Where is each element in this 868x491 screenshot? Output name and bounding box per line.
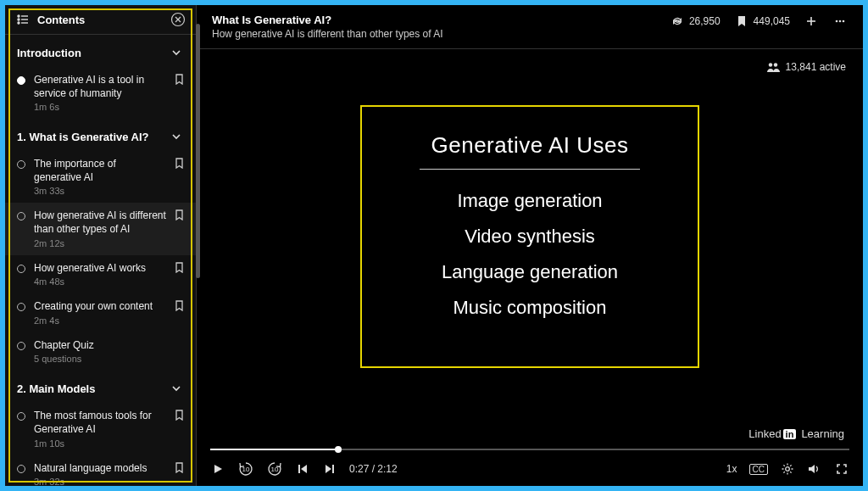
add-icon[interactable] bbox=[804, 14, 819, 29]
scrub-bar[interactable] bbox=[210, 444, 849, 455]
top-bar: What Is Generative AI? How generative AI… bbox=[197, 5, 863, 49]
progress-indicator bbox=[17, 465, 25, 473]
sidebar-title: Contents bbox=[37, 14, 85, 26]
bookmark-metric[interactable]: 449,045 bbox=[734, 14, 790, 29]
chevron-down-icon bbox=[169, 129, 184, 144]
svg-marker-22 bbox=[809, 465, 815, 473]
fullscreen-icon[interactable] bbox=[834, 461, 849, 477]
lesson-duration: 1m 6s bbox=[34, 102, 166, 112]
progress-indicator bbox=[17, 303, 25, 311]
bookmark-icon[interactable] bbox=[175, 74, 184, 85]
more-icon[interactable] bbox=[832, 14, 848, 29]
controls-right: 1x CC bbox=[726, 461, 849, 477]
bookmark-count: 449,045 bbox=[754, 15, 790, 27]
chevron-down-icon bbox=[169, 381, 184, 396]
time-display: 0:27 / 2:12 bbox=[349, 463, 398, 475]
brand-linked: Linked bbox=[748, 427, 781, 440]
slide-heading: Generative AI Uses bbox=[379, 132, 681, 159]
play-icon[interactable] bbox=[210, 461, 225, 477]
sidebar-body[interactable]: IntroductionGenerative AI is a tool in s… bbox=[5, 35, 196, 486]
lesson-title: The importance of generative AI bbox=[34, 158, 166, 184]
section-header[interactable]: 1. What is Generative AI? bbox=[5, 119, 196, 151]
slide-item-1: Image generation bbox=[379, 190, 681, 212]
bookmark-icon[interactable] bbox=[175, 262, 184, 273]
scrub-thumb[interactable] bbox=[335, 446, 342, 453]
lesson-title: Natural language models bbox=[34, 462, 166, 476]
slide-frame: Generative AI Uses Image generation Vide… bbox=[360, 105, 699, 368]
svg-rect-17 bbox=[298, 465, 300, 473]
brand-learning: Learning bbox=[801, 427, 844, 440]
svg-rect-20 bbox=[332, 465, 334, 473]
lesson-item[interactable]: The most famous tools for Generative AI1… bbox=[5, 403, 196, 455]
content-pane: What Is Generative AI? How generative AI… bbox=[197, 5, 863, 486]
speed-button[interactable]: 1x bbox=[726, 463, 737, 475]
lesson-item[interactable]: Natural language models3m 32s bbox=[5, 455, 196, 486]
bookmark-icon[interactable] bbox=[175, 462, 184, 473]
people-icon bbox=[765, 59, 781, 75]
lesson-title: Creating your own content bbox=[34, 300, 166, 314]
slide-item-2: Video synthesis bbox=[379, 226, 681, 248]
reshare-icon bbox=[670, 14, 685, 29]
video-area[interactable]: 13,841 active Generative AI Uses Image g… bbox=[197, 49, 863, 486]
back-10-icon[interactable]: 10 bbox=[237, 460, 254, 477]
progress-indicator bbox=[17, 212, 25, 220]
bookmark-icon[interactable] bbox=[175, 410, 184, 421]
settings-icon[interactable] bbox=[780, 461, 795, 477]
progress-indicator bbox=[17, 76, 25, 85]
bookmark-icon[interactable] bbox=[175, 209, 184, 220]
reshare-metric[interactable]: 26,950 bbox=[670, 14, 721, 29]
lesson-duration: 5 questions bbox=[34, 354, 184, 364]
progress-indicator bbox=[17, 160, 25, 169]
svg-point-2 bbox=[18, 19, 19, 20]
progress-indicator bbox=[17, 342, 25, 350]
lesson-duration: 4m 48s bbox=[34, 276, 166, 287]
lesson-item[interactable]: How generative AI works4m 48s bbox=[5, 255, 196, 294]
slide-item-3: Language generation bbox=[379, 261, 681, 283]
section-title: 2. Main Models bbox=[17, 382, 95, 395]
prev-track-icon[interactable] bbox=[295, 461, 310, 477]
slide-rule bbox=[420, 169, 640, 170]
section-header[interactable]: 2. Main Models bbox=[5, 371, 196, 403]
section-header[interactable]: Introduction bbox=[5, 35, 196, 67]
lesson-item[interactable]: Generative AI is a tool in service of hu… bbox=[5, 67, 196, 119]
bookmark-icon[interactable] bbox=[175, 300, 184, 311]
lesson-title: How generative AI works bbox=[34, 262, 166, 276]
lesson-item[interactable]: Chapter Quiz5 questions bbox=[5, 332, 196, 371]
active-viewers: 13,841 active bbox=[765, 59, 846, 75]
close-icon[interactable] bbox=[170, 12, 186, 27]
lesson-item[interactable]: Creating your own content2m 4s bbox=[5, 293, 196, 332]
control-row: 10 10 0:27 / 2:12 1x CC bbox=[210, 460, 849, 477]
fwd-10-label: 10 bbox=[266, 460, 283, 477]
player-controls: 10 10 0:27 / 2:12 1x CC bbox=[197, 444, 863, 486]
svg-point-0 bbox=[18, 15, 19, 17]
lesson-title: The most famous tools for Generative AI bbox=[34, 410, 166, 436]
lesson-title: How generative AI is different than othe… bbox=[34, 209, 166, 236]
cc-button[interactable]: CC bbox=[749, 464, 768, 475]
bookmark-icon[interactable] bbox=[175, 158, 184, 169]
lesson-duration: 2m 4s bbox=[34, 315, 166, 326]
contents-icon bbox=[15, 12, 31, 27]
svg-point-21 bbox=[786, 467, 790, 471]
contents-sidebar: Contents IntroductionGenerative AI is a … bbox=[5, 5, 197, 486]
lesson-duration: 2m 12s bbox=[34, 238, 166, 248]
scrub-fill bbox=[210, 449, 338, 450]
svg-point-13 bbox=[843, 20, 845, 23]
forward-10-icon[interactable]: 10 bbox=[266, 460, 283, 477]
lesson-title: Generative AI is a tool in service of hu… bbox=[34, 74, 166, 100]
lesson-item[interactable]: The importance of generative AI3m 33s bbox=[5, 151, 196, 203]
bookmark-icon bbox=[734, 14, 749, 29]
lesson-item[interactable]: How generative AI is different than othe… bbox=[5, 203, 196, 254]
main-row: Contents IntroductionGenerative AI is a … bbox=[5, 5, 863, 486]
lesson-duration: 3m 33s bbox=[34, 186, 166, 196]
linkedin-learning-brand: Linked in Learning bbox=[748, 427, 844, 440]
svg-point-14 bbox=[768, 63, 771, 66]
chevron-down-icon bbox=[169, 45, 184, 60]
brand-in: in bbox=[783, 429, 797, 439]
next-track-icon[interactable] bbox=[322, 461, 337, 477]
volume-icon[interactable] bbox=[807, 461, 822, 477]
lesson-duration: 1m 10s bbox=[34, 438, 166, 449]
svg-point-15 bbox=[773, 63, 776, 66]
lesson-title: How generative AI is different than othe… bbox=[212, 28, 443, 40]
svg-marker-16 bbox=[214, 465, 222, 473]
progress-indicator bbox=[17, 265, 25, 273]
